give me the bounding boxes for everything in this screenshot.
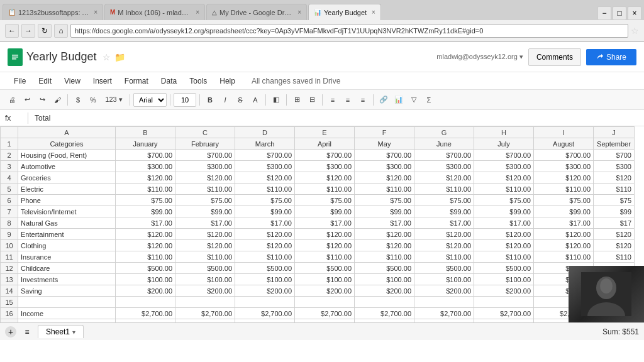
borders-button[interactable]: ⊞ xyxy=(290,93,304,107)
cell-1-1[interactable]: January xyxy=(116,138,175,150)
back-button[interactable]: ← xyxy=(5,24,19,38)
merge-cells-button[interactable]: ⊟ xyxy=(305,93,319,107)
add-sheet-button[interactable]: + xyxy=(5,326,16,337)
cell-10-1[interactable]: $120.00 xyxy=(116,240,175,251)
format-paint-button[interactable]: 🖌 xyxy=(50,93,64,107)
row-number-12[interactable]: 12 xyxy=(1,263,18,274)
cell-13-6[interactable]: $100.00 xyxy=(414,274,474,285)
bold-button[interactable]: B xyxy=(203,93,217,107)
tab-yearly-budget[interactable]: 📊 Yearly Budget × xyxy=(308,4,381,20)
col-header-h[interactable]: H xyxy=(474,127,534,138)
cell-5-1[interactable]: $110.00 xyxy=(116,184,175,195)
font-selector[interactable]: Arial xyxy=(133,93,167,107)
row-number-8[interactable]: 8 xyxy=(1,217,18,229)
cell-8-7[interactable]: $17.00 xyxy=(474,217,534,229)
menu-data[interactable]: Data xyxy=(155,74,183,88)
cell-9-2[interactable]: $120.00 xyxy=(175,229,235,240)
cell-10-3[interactable]: $120.00 xyxy=(235,240,295,251)
cell-14-1[interactable]: $200.00 xyxy=(116,285,175,297)
cell-16-2[interactable]: $2,700.00 xyxy=(175,308,235,319)
cell-10-8[interactable]: $120.00 xyxy=(534,240,594,251)
cell-7-4[interactable]: $99.00 xyxy=(295,206,355,217)
cell-3-4[interactable]: $300.00 xyxy=(295,161,355,172)
cell-12-5[interactable]: $500.00 xyxy=(355,263,414,274)
cell-4-1[interactable]: $120.00 xyxy=(116,172,175,184)
fill-color-button[interactable]: ◧ xyxy=(269,93,283,107)
cell-1-7[interactable]: July xyxy=(474,138,534,150)
row-number-16[interactable]: 16 xyxy=(1,308,18,319)
cell-2-9[interactable]: $700 xyxy=(594,150,635,161)
insert-link-button[interactable]: 🔗 xyxy=(377,93,391,107)
tab-close-2[interactable]: × xyxy=(196,9,199,16)
cell-11-8[interactable]: $110.00 xyxy=(534,251,594,263)
cell-1-6[interactable]: June xyxy=(414,138,474,150)
cell-12-4[interactable]: $500.00 xyxy=(295,263,355,274)
cell-15-4[interactable] xyxy=(295,297,355,308)
cell-5-6[interactable]: $110.00 xyxy=(414,184,474,195)
cell-6-4[interactable]: $75.00 xyxy=(295,195,355,206)
cell-16-4[interactable]: $2,700.00 xyxy=(295,308,355,319)
home-button[interactable]: ⌂ xyxy=(54,24,68,38)
cell-5-9[interactable]: $110 xyxy=(594,184,635,195)
cell-8-3[interactable]: $17.00 xyxy=(235,217,295,229)
cell-4-0[interactable]: Groceries xyxy=(18,172,116,184)
cell-2-8[interactable]: $700.00 xyxy=(534,150,594,161)
row-number-15[interactable]: 15 xyxy=(1,297,18,308)
cell-2-3[interactable]: $700.00 xyxy=(235,150,295,161)
col-header-c[interactable]: C xyxy=(175,127,235,138)
menu-tools[interactable]: Tools xyxy=(183,74,213,88)
cell-11-5[interactable]: $110.00 xyxy=(355,251,414,263)
functions-button[interactable]: Σ xyxy=(422,93,436,107)
cell-10-9[interactable]: $120 xyxy=(594,240,635,251)
forward-button[interactable]: → xyxy=(21,24,35,38)
cell-6-6[interactable]: $75.00 xyxy=(414,195,474,206)
tab-gmail[interactable]: M M Inbox (106) - mladwig@ody... × xyxy=(104,4,205,20)
align-right-button[interactable]: ≡ xyxy=(356,93,370,107)
align-center-button[interactable]: ≡ xyxy=(341,93,355,107)
tab-1213s2[interactable]: 📋 1213s2bussoftapps: Assignr... × xyxy=(3,4,103,20)
cell-6-5[interactable]: $75.00 xyxy=(355,195,414,206)
cell-16-6[interactable]: $2,700.00 xyxy=(414,308,474,319)
cell-9-0[interactable]: Entertainment xyxy=(18,229,116,240)
cell-9-5[interactable]: $120.00 xyxy=(355,229,414,240)
cell-3-5[interactable]: $300.00 xyxy=(355,161,414,172)
filter-button[interactable]: ▽ xyxy=(407,93,421,107)
cell-11-7[interactable]: $110.00 xyxy=(474,251,534,263)
percent-button[interactable]: % xyxy=(86,93,100,107)
cell-1-2[interactable]: February xyxy=(175,138,235,150)
cell-16-3[interactable]: $2,700.00 xyxy=(235,308,295,319)
cell-13-7[interactable]: $100.00 xyxy=(474,274,534,285)
menu-format[interactable]: Format xyxy=(118,74,155,88)
cell-2-2[interactable]: $700.00 xyxy=(175,150,235,161)
row-number-7[interactable]: 7 xyxy=(1,206,18,217)
cell-4-9[interactable]: $120 xyxy=(594,172,635,184)
cell-15-5[interactable] xyxy=(355,297,414,308)
cell-3-9[interactable]: $300 xyxy=(594,161,635,172)
cell-2-0[interactable]: Housing (Food, Rent) xyxy=(18,150,116,161)
insert-chart-button[interactable]: 📊 xyxy=(392,93,406,107)
cell-6-3[interactable]: $75.00 xyxy=(235,195,295,206)
cell-9-8[interactable]: $120.00 xyxy=(534,229,594,240)
cell-3-7[interactable]: $300.00 xyxy=(474,161,534,172)
row-number-14[interactable]: 14 xyxy=(1,285,18,297)
cell-16-1[interactable]: $2,700.00 xyxy=(116,308,175,319)
cell-12-0[interactable]: Childcare xyxy=(18,263,116,274)
col-header-f[interactable]: F xyxy=(355,127,414,138)
cell-10-0[interactable]: Clothing xyxy=(18,240,116,251)
menu-insert[interactable]: Insert xyxy=(87,74,118,88)
strikethrough-button[interactable]: S xyxy=(233,93,247,107)
number-format-button[interactable]: 123 ▾ xyxy=(101,93,126,107)
cell-14-6[interactable]: $200.00 xyxy=(414,285,474,297)
cell-8-9[interactable]: $17 xyxy=(594,217,635,229)
cell-7-9[interactable]: $99 xyxy=(594,206,635,217)
cell-1-9[interactable]: September xyxy=(594,138,635,150)
cell-5-7[interactable]: $110.00 xyxy=(474,184,534,195)
cell-7-1[interactable]: $99.00 xyxy=(116,206,175,217)
cell-9-7[interactable]: $120.00 xyxy=(474,229,534,240)
minimize-btn[interactable]: − xyxy=(597,6,611,20)
cell-12-6[interactable]: $500.00 xyxy=(414,263,474,274)
cell-13-4[interactable]: $100.00 xyxy=(295,274,355,285)
row-number-6[interactable]: 6 xyxy=(1,195,18,206)
col-header-i[interactable]: I xyxy=(534,127,594,138)
cell-16-0[interactable]: Income xyxy=(18,308,116,319)
